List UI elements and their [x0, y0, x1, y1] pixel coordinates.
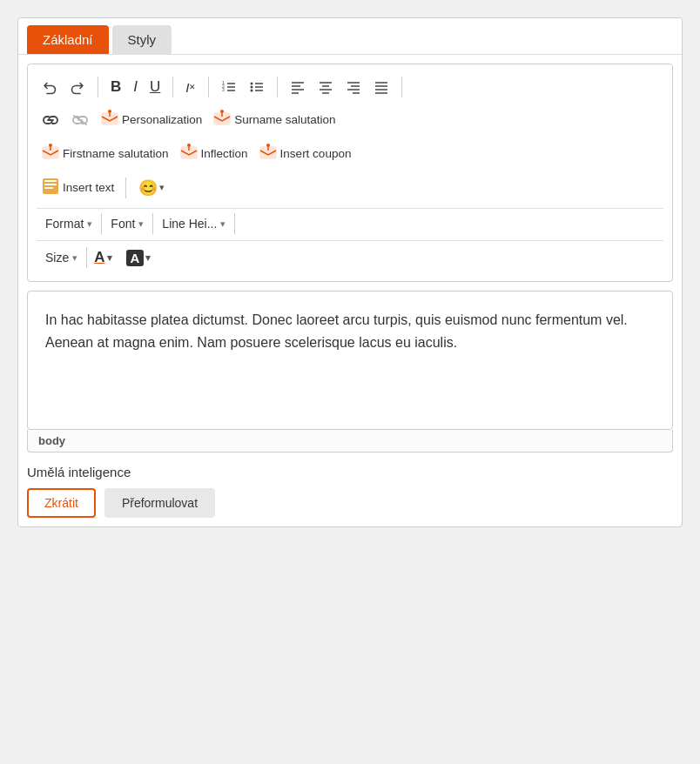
surname-salutation-icon	[212, 109, 232, 131]
svg-point-40	[187, 144, 191, 147]
surname-salutation-button[interactable]: Surname salutation	[208, 106, 340, 133]
align-center-button[interactable]	[313, 76, 339, 98]
toolbar-row-5: Format ▾ Font ▾ Line Hei... ▾	[37, 208, 663, 238]
inflection-button[interactable]: Inflection	[175, 140, 252, 167]
redo-button[interactable]	[64, 76, 91, 98]
insert-text-button[interactable]: Insert text	[37, 174, 118, 201]
toolbar-row-1: B I U I✕ 123	[37, 71, 663, 103]
align-left-button[interactable]	[285, 76, 311, 98]
editor-content[interactable]: In hac habitasse platea dictumst. Donec …	[45, 309, 655, 353]
inflection-icon	[179, 143, 199, 164]
insert-text-label: Insert text	[63, 181, 114, 194]
svg-rect-48	[44, 187, 53, 189]
divider-4	[277, 77, 278, 97]
size-label: Size	[45, 251, 69, 265]
svg-point-31	[108, 110, 111, 113]
size-chevron-icon: ▾	[72, 252, 77, 264]
status-label: body	[38, 434, 65, 447]
toolbar-row-6: Size ▾ A ▾ A ▾	[37, 240, 663, 274]
font-bg-chevron-icon: ▾	[145, 252, 151, 264]
firstname-salutation-button[interactable]: Firstname salutation	[37, 140, 173, 167]
divider-9	[234, 213, 235, 234]
svg-point-7	[251, 86, 253, 89]
insert-coupon-label: Insert coupon	[280, 147, 352, 160]
ai-section: Umělá inteligence Zkrátit Přeformulovat	[18, 452, 682, 526]
firstname-salutation-icon	[41, 143, 60, 164]
font-label: Font	[111, 217, 135, 231]
svg-rect-46	[44, 180, 57, 182]
svg-point-34	[220, 110, 224, 113]
status-bar: body	[27, 430, 673, 452]
tabs-bar: Základní Styly	[18, 18, 682, 55]
divider-6	[125, 178, 126, 198]
ai-title: Umělá inteligence	[27, 465, 673, 479]
svg-point-37	[49, 144, 52, 147]
insert-text-icon	[41, 177, 60, 198]
align-right-button[interactable]	[340, 76, 367, 98]
svg-rect-47	[44, 184, 57, 185]
line-height-dropdown[interactable]: Line Hei... ▾	[153, 212, 234, 235]
link-disabled-button[interactable]	[66, 110, 94, 131]
tab-styly[interactable]: Styly	[112, 25, 172, 54]
line-height-label: Line Hei...	[162, 217, 217, 231]
ai-buttons: Zkrátit Přeformulovat	[27, 488, 673, 518]
format-chevron-icon: ▾	[87, 218, 92, 230]
insert-coupon-button[interactable]: Insert coupon	[254, 140, 356, 167]
strikethrough-button[interactable]: I✕	[180, 77, 201, 98]
tab-zakladni[interactable]: Základní	[27, 25, 109, 54]
toolbar-row-2: Personalization Surname salutation	[37, 103, 663, 137]
personalization-label: Personalization	[122, 113, 202, 126]
ordered-list-button[interactable]: 123	[216, 76, 242, 98]
firstname-salutation-label: Firstname salutation	[63, 147, 169, 160]
shorten-button[interactable]: Zkrátit	[27, 488, 96, 518]
font-color-chevron-icon: ▾	[107, 252, 112, 264]
divider-5	[401, 77, 402, 97]
format-label: Format	[45, 217, 84, 231]
align-justify-button[interactable]	[368, 76, 394, 98]
italic-button[interactable]: I	[128, 75, 143, 99]
insert-coupon-icon	[259, 143, 278, 164]
svg-point-43	[266, 144, 270, 147]
divider-3	[208, 77, 209, 97]
emoji-picker-button[interactable]: 😊 ▾	[133, 175, 170, 201]
bold-button[interactable]: B	[105, 75, 126, 99]
toolbar-row-3: Firstname salutation Inflection Insert c…	[37, 137, 663, 171]
surname-salutation-label: Surname salutation	[234, 113, 335, 126]
toolbar-area: B I U I✕ 123	[27, 64, 673, 282]
unordered-list-button[interactable]	[244, 76, 270, 98]
divider-2	[172, 77, 173, 97]
svg-point-8	[251, 90, 253, 92]
svg-point-6	[251, 83, 253, 85]
editor-area[interactable]: In hac habitasse platea dictumst. Donec …	[27, 291, 673, 430]
underline-button[interactable]: U	[145, 75, 165, 99]
size-dropdown[interactable]: Size ▾	[37, 246, 86, 269]
toolbar-row-4: Insert text 😊 ▾	[37, 171, 663, 204]
font-color-button[interactable]: A ▾	[87, 245, 118, 271]
divider-1	[98, 77, 98, 97]
inflection-label: Inflection	[201, 147, 248, 160]
main-container: Základní Styly B I U I✕	[17, 17, 683, 527]
personalization-icon	[100, 109, 119, 131]
font-color-label: A	[94, 249, 104, 266]
font-bg-color-button[interactable]: A ▾	[119, 245, 158, 271]
svg-text:3: 3	[222, 87, 225, 92]
format-dropdown[interactable]: Format ▾	[37, 212, 101, 235]
font-bg-label: A	[126, 250, 145, 266]
link-button[interactable]	[37, 110, 64, 131]
undo-button[interactable]	[37, 76, 63, 98]
line-height-chevron-icon: ▾	[220, 218, 225, 230]
font-dropdown[interactable]: Font ▾	[102, 212, 152, 235]
reformulate-button[interactable]: Přeformulovat	[104, 488, 215, 518]
font-chevron-icon: ▾	[138, 218, 144, 230]
personalization-button[interactable]: Personalization	[96, 106, 206, 133]
